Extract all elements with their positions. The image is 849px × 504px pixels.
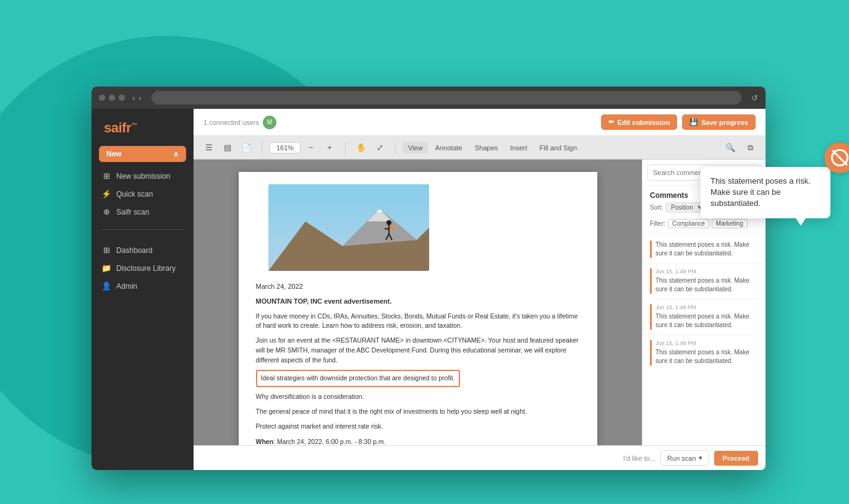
logo-trademark: ™ [131,122,137,129]
pdf-toolbar: ☰ ▤ 📄 161% − + ✋ ⤢ View Anno [194,136,766,160]
comment-text-4: This statement poses a risk. Make sure i… [655,348,758,365]
no-entry-icon [831,149,848,166]
main-content: 1 connected users M ✏ Edit submission 💾 … [194,109,766,470]
edit-icon: ✏ [608,118,614,126]
new-submission-label: New submission [116,172,170,181]
run-scan-button[interactable]: Run scan ▾ [660,450,709,466]
save-btn-label: Save progress [701,119,748,126]
pdf-para3: Why diversification is a consideration. [256,392,580,402]
pdf-highlighted-text: Ideal strategies with downside protectio… [256,370,460,387]
pdf-when: When: March 24, 2022. 6:00 p.m. - 8:30 p… [256,437,580,445]
dashboard-icon: ⊞ [101,246,111,255]
search-toolbar-icon[interactable]: 🔍 [722,140,738,156]
compliance-filter-tag[interactable]: Compliance [668,219,709,228]
avatar-label: M [267,119,272,126]
sidebar: saifr™ New ∧ ⊞ New submission ⚡ Quick sc… [92,109,194,470]
browser-chrome: ‹ › ↺ [92,87,766,109]
zoom-level-display[interactable]: 161% [270,142,301,153]
hand-tool-btn[interactable]: ✋ [353,140,369,156]
proceed-button[interactable]: Proceed [714,451,758,466]
save-progress-button[interactable]: 💾 Save progress [682,114,756,130]
sidebar-bottom-section: ⊞ Dashboard 📁 Disclosure Library 👤 Admin [92,241,194,295]
comment-text-1: This statement poses a risk. Make sure i… [655,241,758,258]
share-toolbar-icon[interactable]: ⧉ [742,140,758,156]
select-tool-btn[interactable]: ⤢ [372,140,388,156]
comment-item-3: Jun 15, 1:49 PM This statement poses a r… [642,299,766,335]
zoom-out-btn[interactable]: − [303,140,319,156]
comment-item-4: Jun 15, 1:49 PM This statement poses a r… [642,335,766,370]
marketing-filter-tag[interactable]: Marketing [712,219,748,228]
sidebar-item-new-submission[interactable]: ⊞ New submission [92,167,194,185]
disclosure-library-icon: 📁 [101,263,111,273]
comment-item-1: This statement poses a risk. Make sure i… [642,233,766,263]
insert-nav-item[interactable]: Insert [505,142,532,154]
logo-text: saifr [104,120,131,135]
top-bar: 1 connected users M ✏ Edit submission 💾 … [194,109,766,136]
toolbar-separator-3 [395,142,396,154]
browser-min-btn [109,95,115,101]
toolbar-tool-group: ✋ ⤢ [353,140,388,156]
pdf-title: MOUNTAIN TOP, INC event advertisement. [256,296,580,307]
admin-label: Admin [116,282,137,291]
save-icon: 💾 [689,118,698,126]
pdf-page: March 24, 2022 MOUNTAIN TOP, INC event a… [239,172,597,445]
sidebar-item-admin[interactable]: 👤 Admin [92,277,194,295]
svg-point-5 [386,220,391,225]
pdf-viewer: March 24, 2022 MOUNTAIN TOP, INC event a… [194,160,642,445]
comment-date-4: Jun 15, 1:49 PM [655,340,758,346]
toolbar-right-group: 🔍 ⧉ [722,140,758,156]
edit-submission-button[interactable]: ✏ Edit submission [601,114,677,130]
back-icon[interactable]: ‹ [132,93,135,103]
app-layout: saifr™ New ∧ ⊞ New submission ⚡ Quick sc… [92,109,766,470]
page-icon[interactable]: 📄 [238,140,254,156]
sidebar-item-quick-scan[interactable]: ⚡ Quick scan [92,185,194,203]
admin-icon: 👤 [101,281,111,291]
pdf-date: March 24, 2022 [256,281,580,292]
toolbar-zoom-group: 161% − + [270,140,338,156]
new-section-button[interactable]: New ∧ [99,146,186,162]
quick-scan-label: Quick scan [116,190,153,199]
browser-window: ‹ › ↺ saifr™ New ∧ ⊞ New submission ⚡ [92,87,766,470]
sidebar-new-section: ⊞ New submission ⚡ Quick scan ⊕ Saifr sc… [92,167,194,221]
browser-nav[interactable]: ‹ › [132,93,142,103]
comment-date-3: Jun 15, 1:49 PM [655,304,758,310]
forward-icon[interactable]: › [139,93,141,103]
connected-users-info: 1 connected users M [203,116,596,129]
chevron-up-icon: ∧ [173,150,179,158]
when-label: When [256,438,274,445]
comment-date-2: Jun 15, 1:49 PM [655,268,758,275]
browser-max-btn [119,95,125,101]
disclosure-library-label: Disclosure Library [116,264,176,273]
shapes-nav-item[interactable]: Shapes [470,142,503,154]
run-scan-label: Run scan [667,455,696,462]
view-nav-item[interactable]: View [403,142,428,154]
zoom-in-btn[interactable]: + [322,140,338,156]
browser-url-bar[interactable] [151,91,741,105]
toolbar-separator-2 [345,142,346,154]
pdf-image [268,184,429,271]
sidebar-item-disclosure-library[interactable]: 📁 Disclosure Library [92,259,194,277]
sidebar-item-dashboard[interactable]: ⊞ Dashboard [92,241,194,259]
toolbar-menu-group: ☰ ▤ 📄 [201,140,254,156]
new-submission-icon: ⊞ [101,171,111,181]
pdf-para1: If you have money in CDs, IRAs, Annuitie… [256,312,580,331]
toolbar-nav-group: View Annotate Shapes Insert Fill and Sig… [403,142,582,154]
comment-text-3: This statement poses a risk. Make sure i… [655,312,758,330]
content-area: March 24, 2022 MOUNTAIN TOP, INC event a… [194,160,766,445]
tooltip-text: This statement poses a risk. Make sure i… [710,176,811,208]
annotate-nav-item[interactable]: Annotate [430,142,467,154]
menu-icon[interactable]: ☰ [201,140,217,156]
reload-icon[interactable]: ↺ [751,93,758,103]
browser-close-btn [99,95,105,101]
fill-sign-nav-item[interactable]: Fill and Sign [535,142,582,154]
pdf-para4: The general peace of mind that it is the… [256,407,580,417]
sidebar-divider [101,229,184,230]
pdf-para5: Protect against market and interest rate… [256,422,580,432]
comments-title: Comments [650,191,688,200]
bottom-bar: I'd like to... Run scan ▾ Proceed [194,445,766,470]
user-avatar: M [263,116,276,129]
saifr-scan-label: Saifr scan [116,208,149,216]
panel-icon[interactable]: ▤ [220,140,236,156]
sidebar-item-saifr-scan[interactable]: ⊕ Saifr scan [92,203,194,221]
new-section-label: New [106,150,122,158]
